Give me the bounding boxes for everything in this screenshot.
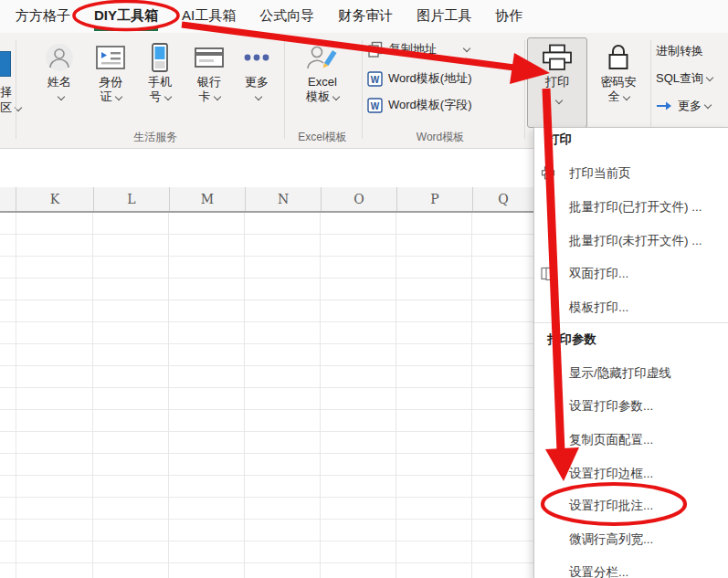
menu-item-batch-print-open-files[interactable]: 批量打印(已打开文件) ... [569, 199, 702, 215]
chevron-down-icon [622, 92, 629, 100]
gridline [471, 213, 472, 578]
gridline [320, 213, 321, 578]
column-header[interactable]: M [170, 187, 246, 211]
column-header[interactable]: Q [473, 187, 533, 211]
menu-item-show-hide-print-dashes[interactable]: 显示/隐藏打印虚线 [569, 365, 671, 381]
column-header[interactable]: P [397, 187, 473, 211]
base-conversion-button[interactable]: 进制转换 [656, 40, 703, 62]
chevron-down-icon [213, 92, 220, 100]
word-icon: W [367, 71, 383, 87]
tab-formula-wizard[interactable]: 公式向导 [248, 0, 326, 33]
menu-item-set-print-params[interactable]: 设置打印参数... [569, 398, 653, 414]
name-button[interactable]: 姓名 [37, 37, 82, 129]
cut-off-button-label: 择 [0, 85, 12, 100]
menu-item-set-print-border[interactable]: 设置打印边框... [569, 466, 653, 481]
print-button[interactable]: 打印 [527, 37, 587, 128]
tab-collaboration[interactable]: 协作 [483, 0, 534, 33]
printer-icon [541, 44, 574, 75]
formula-bar[interactable] [0, 149, 533, 188]
column-header[interactable]: O [322, 187, 397, 211]
cut-off-button-label2: 区 [0, 100, 21, 115]
tab-finance-audit[interactable]: 财务审计 [326, 0, 405, 33]
menu-item-duplex-print[interactable]: 双面打印... [569, 266, 628, 281]
chevron-down-icon [58, 92, 65, 100]
gridline [16, 213, 16, 578]
ribbon-tab-bar: 方方格子 DIY工具箱 AI工具箱 公式向导 财务审计 图片工具 协作 [0, 0, 728, 33]
group-separator [650, 40, 651, 139]
column-header[interactable]: L [94, 187, 170, 211]
group-separator [524, 40, 525, 139]
tab-diy-toolbox[interactable]: DIY工具箱 [82, 0, 170, 33]
gridline [244, 213, 245, 578]
duplex-print-icon [541, 266, 557, 281]
column-headers: K L M N O P Q [0, 187, 533, 213]
phone-number-button[interactable]: 手机 号 [137, 37, 183, 129]
gridline [396, 213, 396, 578]
menu-item-adjust-row-col-size[interactable]: 微调行高列宽... [569, 531, 653, 547]
spreadsheet-grid[interactable] [0, 213, 533, 578]
menu-item-batch-print-unopened-files[interactable]: 批量打印(未打开文件) ... [569, 233, 702, 248]
column-header-stub[interactable] [0, 187, 16, 211]
chevron-down-icon [555, 96, 563, 103]
chevron-down-icon [704, 101, 712, 109]
menu-item-set-columns[interactable]: 设置分栏... [569, 564, 628, 578]
chevron-down-icon [332, 92, 340, 100]
column-header[interactable]: N [246, 187, 322, 211]
menu-item-print-current-page[interactable]: 打印当前页 [569, 165, 631, 181]
id-card-button[interactable]: 身份 证 [88, 37, 133, 129]
tab-ai-toolbox[interactable]: AI工具箱 [170, 0, 248, 33]
group-label-word-template: Word模板 [367, 130, 513, 145]
copy-address-button[interactable]: 复制地址 [367, 38, 470, 60]
lock-icon [606, 40, 631, 75]
group-separator [284, 40, 285, 139]
svg-text:W: W [371, 100, 380, 110]
word-template-field-button[interactable]: W Word模板(字段) [367, 94, 471, 116]
blue-arrow-icon [656, 100, 672, 111]
excel-template-icon [306, 40, 339, 75]
select-range-icon [0, 51, 11, 77]
chevron-down-icon [164, 92, 171, 100]
column-header[interactable]: K [16, 187, 94, 211]
chevron-down-icon [463, 45, 470, 52]
group-label-life-services: 生活服务 [32, 130, 279, 145]
menu-item-template-print[interactable]: 模板打印... [569, 300, 628, 315]
tab-picture-tools[interactable]: 图片工具 [405, 0, 483, 33]
group-label-excel-template: Excel模板 [288, 130, 357, 145]
chevron-down-icon [114, 92, 121, 100]
group-separator [362, 40, 363, 139]
chevron-down-icon [255, 92, 262, 100]
avatar-icon [45, 40, 74, 75]
menu-separator [534, 322, 728, 323]
menu-item-copy-page-setup[interactable]: 复制页面配置... [569, 432, 653, 447]
svg-text:W: W [371, 74, 380, 84]
bank-card-button[interactable]: 银行 卡 [186, 37, 232, 129]
copy-icon [367, 41, 384, 58]
more-dots-icon [243, 40, 270, 75]
group-separator [16, 40, 16, 139]
word-template-address-button[interactable]: W Word模板(地址) [367, 68, 471, 89]
menu-section-header-print: 打印 [547, 131, 572, 147]
cut-off-select-range-button[interactable]: 择 区 [0, 37, 15, 129]
print-dropdown-menu: 打印 打印当前页 批量打印(已打开文件) ... 批量打印(未打开文件) ...… [533, 127, 728, 578]
word-icon: W [367, 98, 383, 113]
bank-card-icon [194, 40, 225, 75]
tab-fangfanggezi[interactable]: 方方格子 [4, 0, 82, 33]
sql-query-button[interactable]: SQL查询 [656, 68, 712, 89]
phone-icon [151, 40, 169, 75]
print-current-page-icon [541, 165, 557, 181]
chevron-down-icon [706, 74, 713, 81]
menu-section-header-print-params: 打印参数 [547, 331, 596, 347]
gridline [92, 213, 93, 578]
more-tools-button[interactable]: 更多 [656, 95, 711, 117]
excel-template-button[interactable]: Excel 模板 [292, 37, 353, 129]
gridline [168, 213, 169, 578]
more-life-services-button[interactable]: 更多 [235, 37, 279, 129]
id-card-icon [95, 40, 126, 75]
password-security-button[interactable]: 密码安 全 [592, 37, 645, 129]
menu-item-set-print-comments[interactable]: 设置打印批注... [569, 498, 653, 513]
